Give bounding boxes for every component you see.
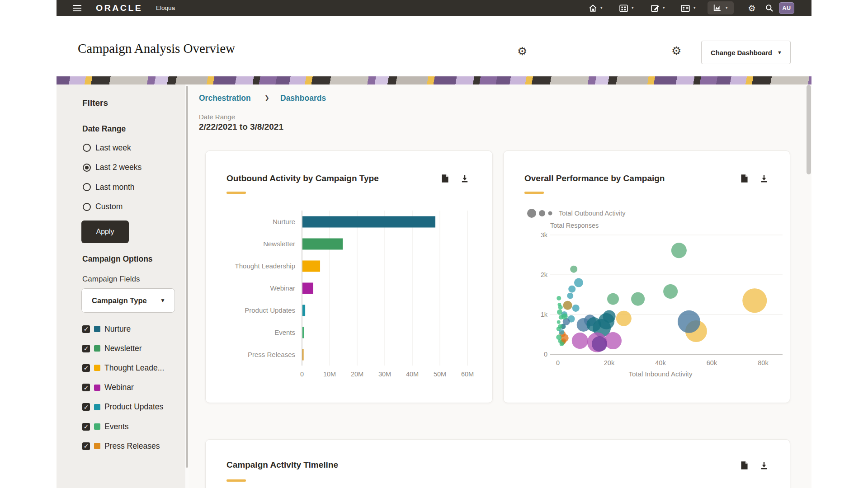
- oracle-logo: ORACLE: [96, 4, 142, 13]
- performance-card: Overall Performance by Campaign Total Ou…: [503, 150, 790, 403]
- svg-text:0: 0: [544, 351, 547, 358]
- search-icon[interactable]: [764, 2, 775, 14]
- checkbox-checked-icon: ✓: [82, 403, 90, 411]
- decorative-banner: [57, 76, 811, 84]
- product-name: Eloqua: [156, 5, 175, 11]
- svg-text:3k: 3k: [541, 231, 548, 239]
- gear-icon[interactable]: ⚙: [671, 44, 681, 57]
- category-color-swatch: [94, 443, 100, 449]
- svg-text:60M: 60M: [461, 371, 474, 378]
- hamburger-menu-icon[interactable]: [71, 2, 83, 14]
- gear-icon[interactable]: ⚙: [517, 45, 527, 58]
- category-color-swatch: [94, 404, 100, 410]
- compose-icon[interactable]: [649, 2, 661, 14]
- checkbox-checked-icon: ✓: [82, 345, 90, 352]
- svg-text:20M: 20M: [351, 371, 363, 378]
- chevron-down-icon: ▼: [160, 297, 165, 304]
- svg-text:Press Releases: Press Releases: [248, 351, 295, 358]
- category-color-swatch: [94, 385, 100, 391]
- date-range-value: 2/22/2021 to 3/8/2021: [199, 122, 283, 132]
- radio-last-week[interactable]: Last week: [83, 143, 131, 153]
- svg-text:Events: Events: [274, 328, 295, 336]
- chevron-down-icon[interactable]: ▾: [693, 5, 696, 10]
- download-icon[interactable]: [759, 460, 769, 470]
- svg-text:30M: 30M: [378, 371, 391, 378]
- timeline-card-title: Campaign Activity Timeline: [226, 460, 338, 470]
- checkbox-checked-icon: ✓: [82, 442, 90, 450]
- svg-text:60k: 60k: [707, 359, 717, 366]
- top-navigation-bar: ORACLE Eloqua ▾ ▾ ▾ ▾ ▾ ⚙: [57, 0, 811, 16]
- svg-text:20k: 20k: [604, 359, 615, 366]
- category-color-swatch: [94, 365, 100, 371]
- svg-text:2k: 2k: [541, 271, 548, 278]
- chevron-down-icon: ▼: [777, 50, 782, 55]
- date-range-label: Date Range: [199, 113, 235, 121]
- checkbox-nurture[interactable]: ✓Nurture: [82, 324, 131, 333]
- app-window: ORACLE Eloqua ▾ ▾ ▾ ▾ ▾ ⚙: [57, 0, 811, 488]
- svg-text:40M: 40M: [406, 371, 419, 378]
- bar-chart: 010M20M30M40M50M60MNurtureNewsletterThou…: [206, 151, 493, 404]
- radio-custom[interactable]: Custom: [83, 202, 123, 212]
- category-color-swatch: [94, 326, 100, 332]
- category-color-swatch: [94, 345, 100, 352]
- page-title: Campaign Analysis Overview: [78, 41, 235, 56]
- gear-icon[interactable]: ⚙: [746, 2, 758, 14]
- breadcrumb-dashboards[interactable]: Dashboards: [280, 94, 326, 103]
- card-accent-rule: [226, 479, 246, 482]
- analytics-icon: [711, 2, 723, 14]
- checkbox-product-updates[interactable]: ✓Product Updates: [82, 403, 163, 412]
- checkbox-newsletter[interactable]: ✓Newsletter: [82, 344, 142, 353]
- breadcrumb-orchestration[interactable]: Orchestration: [199, 94, 251, 103]
- svg-text:Nurture: Nurture: [273, 218, 295, 225]
- svg-text:40k: 40k: [655, 359, 666, 366]
- svg-text:50M: 50M: [434, 371, 446, 378]
- svg-text:80k: 80k: [758, 359, 769, 366]
- analytics-menu-active[interactable]: ▾: [708, 1, 734, 14]
- apply-button[interactable]: Apply: [81, 221, 129, 243]
- checkbox-events[interactable]: ✓Events: [82, 422, 129, 431]
- checkbox-checked-icon: ✓: [82, 325, 90, 333]
- checkbox-thought-leade-[interactable]: ✓Thought Leade...: [82, 363, 164, 372]
- svg-text:10M: 10M: [323, 371, 336, 378]
- svg-text:0: 0: [300, 371, 304, 378]
- chevron-down-icon: ▾: [726, 5, 728, 10]
- chevron-down-icon[interactable]: ▾: [600, 5, 603, 10]
- outbound-activity-card: Outbound Activity by Campaign Type 010M2…: [205, 150, 493, 403]
- contact-card-icon[interactable]: [679, 2, 691, 14]
- chevron-down-icon[interactable]: ▾: [632, 5, 634, 10]
- filters-heading: Filters: [82, 98, 108, 108]
- date-range-heading: Date Range: [82, 124, 126, 134]
- svg-text:Thought Leadership: Thought Leadership: [235, 262, 295, 270]
- svg-text:Total Outbound Activity: Total Outbound Activity: [559, 210, 626, 217]
- radio-last-2-weeks[interactable]: Last 2 weeks: [83, 163, 142, 173]
- svg-text:Webinar: Webinar: [270, 284, 295, 292]
- radio-last-month[interactable]: Last month: [83, 182, 135, 192]
- filters-sidebar: Filters Date Range Last weekLast 2 weeks…: [57, 84, 185, 488]
- svg-text:1k: 1k: [541, 311, 548, 318]
- topbar-divider: [738, 5, 738, 12]
- topbar-divider-line: [57, 16, 811, 16]
- campaign-fields-label: Campaign Fields: [82, 275, 140, 284]
- change-dashboard-button[interactable]: Change Dashboard ▼: [701, 41, 791, 64]
- checkbox-press-releases[interactable]: ✓Press Releases: [82, 441, 160, 450]
- sidebar-scrollbar-thumb[interactable]: [186, 86, 188, 468]
- checkbox-checked-icon: ✓: [82, 423, 90, 431]
- page-scrollbar-thumb[interactable]: [807, 85, 811, 174]
- campaign-type-dropdown[interactable]: Campaign Type ▼: [81, 288, 175, 313]
- svg-text:Newsletter: Newsletter: [263, 240, 295, 248]
- bubble-chart: Total Outbound ActivityTotal Responses01…: [504, 151, 791, 404]
- avatar[interactable]: AU: [779, 2, 794, 14]
- svg-text:0: 0: [556, 359, 560, 366]
- campaign-options-heading: Campaign Options: [82, 254, 153, 264]
- breadcrumb-separator: ❯: [264, 94, 269, 101]
- report-icon[interactable]: [739, 460, 749, 470]
- timeline-card: Campaign Activity Timeline: [205, 439, 790, 488]
- home-icon[interactable]: [587, 2, 599, 14]
- svg-text:Product Updates: Product Updates: [245, 306, 295, 314]
- category-color-swatch: [94, 423, 100, 430]
- checkbox-webinar[interactable]: ✓Webinar: [82, 383, 134, 392]
- grid-icon[interactable]: [618, 2, 629, 14]
- checkbox-checked-icon: ✓: [82, 384, 90, 391]
- chevron-down-icon[interactable]: ▾: [663, 5, 665, 10]
- svg-text:Total Inbound Activity: Total Inbound Activity: [629, 370, 693, 378]
